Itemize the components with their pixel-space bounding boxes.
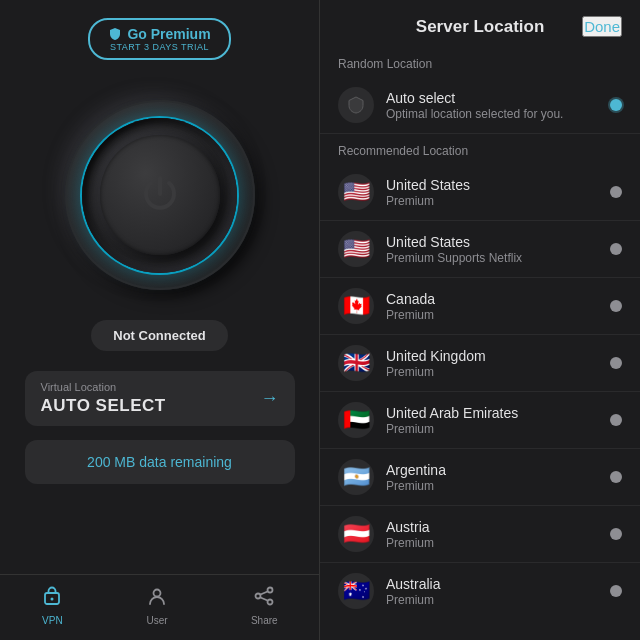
server-name: Argentina <box>386 462 598 478</box>
shield-icon <box>108 27 122 41</box>
server-sub: Premium <box>386 308 598 322</box>
user-icon <box>146 585 168 612</box>
selection-dot <box>610 585 622 597</box>
data-remaining-text: 200 MB data remaining <box>87 454 232 470</box>
connection-status-text: Not Connected <box>113 328 205 343</box>
server-sub: Premium Supports Netflix <box>386 251 598 265</box>
share-icon <box>253 585 275 612</box>
right-panel: Server Location Done Random Location Aut… <box>320 0 640 640</box>
connection-status-badge: Not Connected <box>91 320 227 351</box>
virtual-location-value: AUTO SELECT <box>41 396 166 416</box>
server-list: Random Location Auto select Optimal loca… <box>320 47 640 640</box>
nav-share[interactable]: Share <box>251 585 278 626</box>
flag-ae: 🇦🇪 <box>338 402 374 438</box>
server-name: Canada <box>386 291 598 307</box>
nav-vpn-label: VPN <box>42 615 63 626</box>
premium-btn-main: Go Premium <box>108 26 210 42</box>
vpn-icon <box>41 585 63 612</box>
section-random-header: Random Location <box>320 47 640 77</box>
server-info: United States Premium Supports Netflix <box>386 234 598 265</box>
server-info: Austria Premium <box>386 519 598 550</box>
server-sub: Premium <box>386 593 598 607</box>
server-sub: Premium <box>386 536 598 550</box>
server-sub: Premium <box>386 422 598 436</box>
flag-ar: 🇦🇷 <box>338 459 374 495</box>
virtual-location-selector[interactable]: Virtual Location AUTO SELECT → <box>25 371 295 426</box>
selection-dot <box>610 471 622 483</box>
server-info: Argentina Premium <box>386 462 598 493</box>
power-button-container <box>65 100 255 290</box>
server-name: United States <box>386 177 598 193</box>
list-item[interactable]: 🇦🇪 United Arab Emirates Premium <box>320 392 640 449</box>
list-item[interactable]: 🇨🇦 Canada Premium <box>320 278 640 335</box>
premium-btn-sub: START 3 DAYS TRIAL <box>110 42 209 52</box>
server-sub: Premium <box>386 365 598 379</box>
selection-dot <box>610 99 622 111</box>
list-item[interactable]: 🇬🇧 United Kingdom Premium <box>320 335 640 392</box>
flag-au: 🇦🇺 <box>338 573 374 609</box>
list-item[interactable]: 🇦🇷 Argentina Premium <box>320 449 640 506</box>
flag-us2: 🇺🇸 <box>338 231 374 267</box>
server-sub: Premium <box>386 194 598 208</box>
auto-select-icon <box>338 87 374 123</box>
server-info: United States Premium <box>386 177 598 208</box>
selection-dot <box>610 243 622 255</box>
left-panel: Go Premium START 3 DAYS TRIAL Not Connec… <box>0 0 320 640</box>
server-sub: Optimal location selected for you. <box>386 107 598 121</box>
server-name: Austria <box>386 519 598 535</box>
selection-dot <box>610 528 622 540</box>
selection-dot <box>610 414 622 426</box>
list-item[interactable]: 🇺🇸 United States Premium Supports Netfli… <box>320 221 640 278</box>
selection-dot <box>610 300 622 312</box>
nav-user[interactable]: User <box>146 585 168 626</box>
data-remaining-button[interactable]: 200 MB data remaining <box>25 440 295 484</box>
server-info: Auto select Optimal location selected fo… <box>386 90 598 121</box>
flag-us1: 🇺🇸 <box>338 174 374 210</box>
list-item[interactable]: 🇺🇸 United States Premium <box>320 164 640 221</box>
power-outer-ring <box>65 100 255 290</box>
flag-ca: 🇨🇦 <box>338 288 374 324</box>
server-name: United States <box>386 234 598 250</box>
flag-gb: 🇬🇧 <box>338 345 374 381</box>
server-name: Auto select <box>386 90 598 106</box>
svg-point-1 <box>51 598 54 601</box>
arrow-right-icon: → <box>261 388 279 409</box>
bottom-navigation: VPN User Share <box>0 574 319 640</box>
virtual-location-label: Virtual Location <box>41 381 166 393</box>
server-name: Australia <box>386 576 598 592</box>
server-name: United Arab Emirates <box>386 405 598 421</box>
selection-dot <box>610 186 622 198</box>
power-button[interactable] <box>100 135 220 255</box>
server-sub: Premium <box>386 479 598 493</box>
done-button[interactable]: Done <box>582 16 622 37</box>
nav-vpn[interactable]: VPN <box>41 585 63 626</box>
power-inner-ring <box>82 118 237 273</box>
nav-user-label: User <box>147 615 168 626</box>
premium-button[interactable]: Go Premium START 3 DAYS TRIAL <box>88 18 230 60</box>
nav-share-label: Share <box>251 615 278 626</box>
virtual-location-info: Virtual Location AUTO SELECT <box>41 381 166 416</box>
svg-point-2 <box>154 590 161 597</box>
list-item[interactable]: 🇦🇺 Australia Premium <box>320 563 640 619</box>
server-info: Canada Premium <box>386 291 598 322</box>
flag-at: 🇦🇹 <box>338 516 374 552</box>
right-header: Server Location Done <box>320 0 640 47</box>
power-icon <box>135 170 185 220</box>
section-recommended-header: Recommended Location <box>320 134 640 164</box>
server-info: United Kingdom Premium <box>386 348 598 379</box>
server-info: United Arab Emirates Premium <box>386 405 598 436</box>
selection-dot <box>610 357 622 369</box>
server-info: Australia Premium <box>386 576 598 607</box>
panel-title: Server Location <box>378 17 582 37</box>
server-name: United Kingdom <box>386 348 598 364</box>
list-item[interactable]: Auto select Optimal location selected fo… <box>320 77 640 134</box>
list-item[interactable]: 🇦🇹 Austria Premium <box>320 506 640 563</box>
